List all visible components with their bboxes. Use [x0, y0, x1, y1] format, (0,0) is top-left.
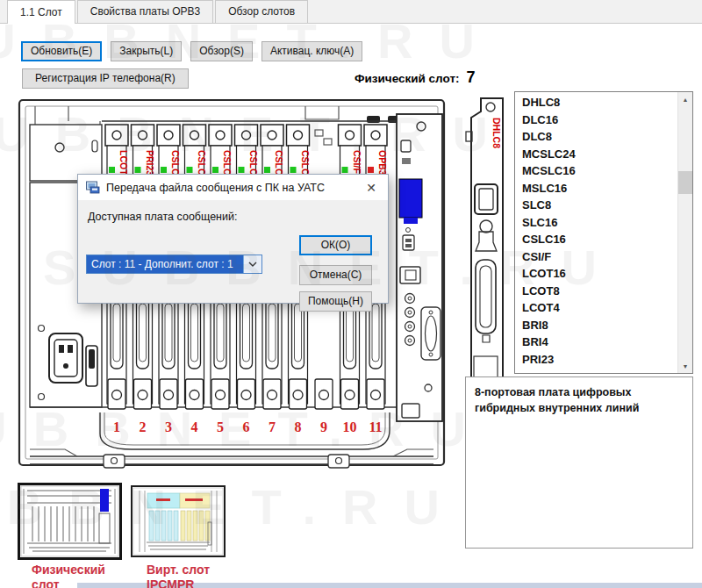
toolbar-button-2[interactable]: Закрыть(L) — [111, 41, 182, 61]
side-card-label: DHLC8 — [491, 118, 502, 148]
toolbar-button-3[interactable]: Обзор(S) — [190, 41, 253, 61]
card-description: 8-портовая плата цифровых гибридных внут… — [465, 376, 693, 549]
card-led-green — [135, 167, 141, 173]
card-led-green — [264, 167, 270, 173]
top-vent-tab — [367, 116, 380, 123]
card-led-green — [342, 167, 348, 173]
message-transfer-dialog: Передача файла сообщения с ПК на УАТС ✕ … — [77, 174, 389, 304]
list-item[interactable]: DLC16 — [515, 111, 677, 129]
slot-number-10: 10 — [343, 419, 357, 434]
list-item[interactable]: DHLC8 — [515, 94, 677, 111]
card-label: PRI23 — [145, 150, 155, 176]
power-inlet — [49, 333, 82, 383]
dialog-body: Доступная плата сообщений: Слот : 11 - Д… — [78, 200, 388, 304]
toolbar-row1: Обновить(E)Закрыть(L)Обзор(S)Активац. кл… — [21, 41, 371, 61]
toolbar-button-1[interactable]: Обновить(E) — [21, 41, 102, 61]
slot-number-9: 9 — [320, 419, 327, 434]
slot-number-11: 11 — [369, 419, 382, 434]
thumbnail-label-line: IPCMPR — [147, 577, 210, 588]
slot-number-2: 2 — [140, 419, 147, 434]
battery-blue-mini — [100, 489, 109, 512]
toolbar-button-row2-1[interactable]: Регистрация IP телефона(R) — [22, 68, 189, 89]
card-label: OPB3 — [377, 150, 388, 176]
slot-number-1: 1 — [113, 419, 120, 434]
dialog-button-2[interactable]: Отмена(C) — [299, 265, 372, 285]
chevron-down-icon[interactable] — [243, 255, 261, 273]
card-led-red — [368, 167, 374, 173]
scroll-down-arrow-icon[interactable]: ▼ — [678, 359, 692, 373]
tab-bar: 1.1 СлотСвойства платы OPB3Обзор слотов — [0, 0, 702, 24]
physical-slot-value: 7 — [467, 68, 476, 87]
dialog-button-3[interactable]: Помощь(H) — [299, 291, 372, 312]
list-item[interactable]: PRI23 — [515, 351, 677, 369]
slot-number-7: 7 — [269, 419, 276, 434]
list-item[interactable]: LCOT8 — [515, 283, 677, 300]
physical-slot-indicator: Физический слот: 7 — [355, 68, 476, 87]
list-item[interactable]: LCOT16 — [515, 265, 677, 283]
list-item[interactable]: LCOT4 — [515, 299, 677, 317]
tab-3[interactable]: Обзор слотов — [215, 0, 308, 23]
toolbar-row2: Регистрация IP телефона(R) — [22, 68, 197, 89]
thumbnail-virtual-slot[interactable] — [131, 485, 226, 557]
ipcmpr-card[interactable] — [397, 114, 442, 421]
physical-slot-label: Физический слот: — [355, 72, 460, 85]
tab-1[interactable]: 1.1 Слот — [7, 0, 75, 24]
close-icon[interactable]: ✕ — [362, 181, 380, 195]
message-card-combobox[interactable]: Слот : 11 - Дополнит. слот : 1 — [86, 255, 262, 274]
thumbnail-physical-slot[interactable] — [18, 483, 122, 560]
dialog-titlebar[interactable]: Передача файла сообщения с ПК на УАТС ✕ — [78, 175, 388, 200]
thumbnail-label-line: Физический — [32, 563, 105, 577]
dialog-title: Передача файла сообщения с ПК на УАТС — [106, 182, 362, 194]
card-type-list[interactable]: DHLC8DLC16DLC8MCSLC24MCSLC16MSLC16SLC8SL… — [514, 91, 693, 374]
list-item[interactable]: MCSLC16 — [515, 162, 677, 180]
list-item[interactable]: CSI/F — [515, 248, 677, 266]
slot-number-5: 5 — [217, 419, 224, 434]
serial-port — [421, 307, 441, 360]
thumbnail-label-physical: Физический слот — [32, 563, 105, 588]
slot-number-3: 3 — [165, 419, 172, 434]
thumbnail-label-virtual: Вирт. слот IPCMPR — [147, 563, 210, 588]
power-switch — [86, 346, 97, 386]
dialog-button-1[interactable]: ОК(O) — [299, 235, 372, 255]
dialog-icon — [86, 181, 100, 194]
list-item[interactable]: MSLC16 — [515, 180, 677, 197]
toolbar-button-4[interactable]: Активац. ключ(A) — [261, 41, 362, 61]
card-led-green — [109, 167, 115, 173]
amphenol-connector — [476, 260, 496, 342]
scrollbar-thumb[interactable] — [678, 171, 692, 194]
list-item[interactable]: MCSLC24 — [515, 146, 677, 163]
thumbnail-label-line: слот — [32, 577, 105, 588]
list-scrollbar[interactable]: ▲ ▼ — [677, 92, 692, 373]
combobox-selected-value[interactable]: Слот : 11 - Дополнит. слот : 1 — [87, 255, 243, 273]
card-connector — [475, 184, 498, 214]
virtual-cabinet-mini — [133, 487, 224, 556]
card-led-green — [239, 167, 245, 173]
card-led-green — [187, 167, 193, 173]
application-window: 1.1 СлотСвойства платы OPB3Обзор слотов … — [0, 0, 702, 588]
list-item[interactable]: SLC16 — [515, 214, 677, 232]
slot-number-6: 6 — [243, 419, 250, 434]
list-item[interactable]: SLC8 — [515, 197, 677, 214]
scroll-up-arrow-icon[interactable]: ▲ — [678, 92, 692, 106]
list-item[interactable]: BRI8 — [515, 317, 677, 334]
list-item[interactable]: DLC8 — [515, 128, 677, 146]
thumbnail-label-line: Вирт. слот — [147, 563, 210, 577]
battery-blue — [399, 179, 422, 218]
card-led-green — [212, 167, 218, 173]
slot-number-4: 4 — [191, 419, 198, 434]
tab-2[interactable]: Свойства платы OPB3 — [77, 0, 213, 23]
slot-number-8: 8 — [295, 419, 302, 434]
list-item[interactable]: CSLC16 — [515, 231, 677, 248]
list-item[interactable]: BRI4 — [515, 333, 677, 351]
card-led-green — [290, 167, 297, 173]
physical-cabinet-mini — [20, 485, 119, 557]
card-led-green — [161, 167, 167, 173]
card-label: CSI/F — [352, 150, 362, 174]
combo-label: Доступная плата сообщений: — [88, 211, 237, 223]
